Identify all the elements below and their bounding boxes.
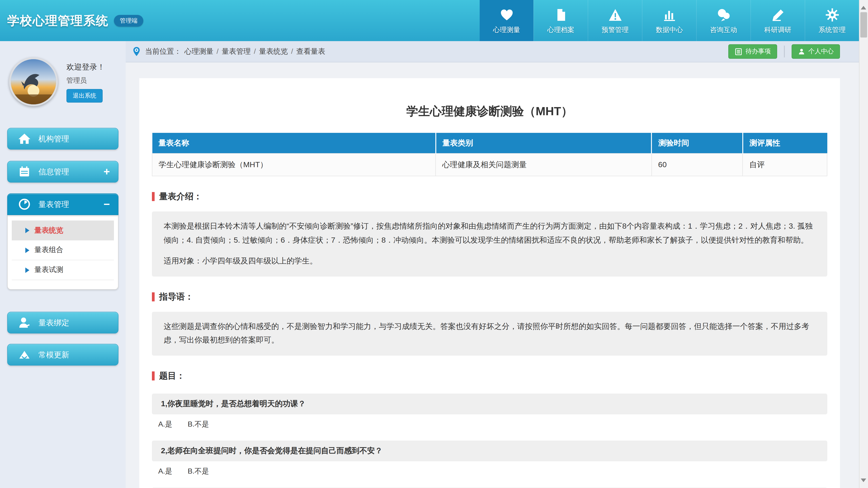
intro-section-heading: 量表介绍： [152, 191, 827, 202]
section-heading-label: 指导语： [159, 291, 193, 303]
triangle-right-icon [25, 248, 29, 253]
sidebar-item-label: 机构管理 [38, 133, 69, 144]
submenu-item-label: 量表试测 [34, 265, 63, 275]
breadcrumb-separator: / [291, 47, 293, 56]
breadcrumb-actions: 待办事项 个人中心 [728, 44, 852, 59]
triangle-right-icon [25, 228, 29, 233]
sidebar-item-label: 信息管理 [38, 166, 69, 177]
section-heading-label: 量表介绍： [159, 191, 202, 202]
file-icon [554, 7, 568, 22]
nav-item-psych-archive[interactable]: 心理档案 [533, 0, 588, 41]
sidebar-item-scale-manage[interactable]: 量表管理 − [7, 193, 119, 215]
nav-item-research-survey[interactable]: 科研调研 [750, 0, 805, 41]
triangle-right-icon [25, 267, 29, 273]
scroll-up-arrow-icon[interactable] [861, 3, 866, 9]
home-icon [18, 132, 31, 145]
heart-icon [499, 7, 514, 22]
content-scroll-area: 学生心理健康诊断测验（MHT） 量表名称 量表类别 测验时间 测评属性 学 [126, 62, 859, 488]
col-header-test-time: 测验时间 [652, 133, 743, 153]
vertical-scrollbar[interactable] [859, 0, 868, 488]
sidebar-item-info-manage[interactable]: 信息管理 + [7, 161, 119, 183]
nav-item-label: 科研调研 [764, 26, 792, 34]
vertical-divider [784, 46, 785, 57]
breadcrumb-separator: / [254, 47, 256, 56]
intro-paragraph: 本测验是根据日本铃木清等人编制的“不安倾向诊断测验”修订，按焦虑情绪所指向的对象… [164, 220, 815, 247]
logo: 学校心理管理系统 管理端 [0, 12, 143, 29]
cell-assess-type: 自评 [743, 153, 827, 176]
breadcrumb-separator: / [217, 47, 219, 56]
intro-audience: 适用对象：小学四年级及四年级以上的学生。 [164, 254, 815, 268]
scale-info-table: 量表名称 量表类别 测验时间 测评属性 学生心理健康诊断测验（MHT） 心理健康… [152, 133, 827, 176]
norm-update-icon [18, 348, 31, 361]
intro-box: 本测验是根据日本铃木清等人编制的“不安倾向诊断测验”修订，按焦虑情绪所指向的对象… [152, 212, 827, 276]
avatar[interactable] [9, 57, 58, 106]
red-bar-icon [152, 371, 155, 381]
expand-plus-icon[interactable]: + [103, 166, 110, 177]
option-b[interactable]: B.不是 [188, 420, 209, 429]
option-b[interactable]: B.不是 [188, 467, 209, 476]
scrollbar-thumb[interactable] [860, 12, 867, 37]
nav-item-consult-interact[interactable]: 咨询互动 [696, 0, 750, 41]
breadcrumb-item-scale-overview[interactable]: 量表统览 [259, 47, 288, 56]
nav-item-system-manage[interactable]: 系统管理 [805, 0, 859, 41]
question-item-2: 2,老师在向全班提问时，你是否会觉得是在提问自己而感到不安？ A.是 B.不是 [152, 441, 827, 476]
nav-item-psych-measure[interactable]: 心理测量 [480, 0, 533, 41]
warning-icon [608, 7, 622, 22]
sidebar-item-norm-update[interactable]: 常模更新 [7, 344, 119, 365]
scale-manage-submenu: 量表统览 量表组合 量表试测 [7, 215, 119, 290]
red-bar-icon [152, 292, 155, 301]
sidebar-subitem-scale-combo[interactable]: 量表组合 [12, 240, 114, 260]
app-title: 学校心理管理系统 [7, 12, 108, 29]
sidebar-subitem-scale-trial[interactable]: 量表试测 [12, 260, 114, 280]
sidebar-item-label: 量表管理 [38, 199, 69, 209]
chat-icon [716, 7, 731, 22]
option-a[interactable]: A.是 [158, 467, 172, 476]
breadcrumb-item-psych-measure[interactable]: 心理测量 [184, 47, 213, 56]
nav-item-warning-manage[interactable]: 预警管理 [588, 0, 642, 41]
breadcrumb-label: 当前位置： [145, 47, 181, 56]
nav-item-label: 咨询互动 [710, 26, 737, 34]
main-nav: 心理测量 心理档案 预警管理 数据中心 [480, 0, 859, 41]
option-a[interactable]: A.是 [158, 420, 172, 429]
guide-section-heading: 指导语： [152, 291, 827, 303]
question-options: A.是 B.不是 [158, 467, 827, 476]
table-header-row: 量表名称 量表类别 测验时间 测评属性 [152, 133, 827, 153]
col-header-scale-category: 量表类别 [436, 133, 652, 153]
col-header-assess-type: 测评属性 [743, 133, 827, 153]
user-icon [18, 316, 31, 329]
sidebar-menu: 机构管理 信息管理 + 量表管理 − 量表统览 [0, 128, 126, 365]
sidebar-item-label: 常模更新 [38, 350, 69, 360]
col-header-scale-name: 量表名称 [152, 133, 436, 153]
sidebar-item-scale-bind[interactable]: 量表绑定 [7, 312, 119, 333]
red-bar-icon [152, 192, 155, 201]
nav-item-label: 预警管理 [601, 26, 629, 34]
nav-item-label: 心理测量 [493, 26, 520, 34]
person-icon [798, 48, 805, 55]
breadcrumb-item-scale-manage[interactable]: 量表管理 [222, 47, 251, 56]
question-text: 1,你夜里睡觉时，是否总想着明天的功课？ [152, 394, 827, 414]
todo-button[interactable]: 待办事项 [728, 44, 777, 59]
welcome-text: 欢迎登录！ [66, 62, 105, 72]
profile-button[interactable]: 个人中心 [792, 44, 840, 59]
nav-item-label: 数据中心 [656, 26, 683, 34]
admin-badge: 管理端 [114, 15, 143, 26]
notebook-icon [18, 165, 31, 178]
question-item-1: 1,你夜里睡觉时，是否总想着明天的功课？ A.是 B.不是 [152, 394, 827, 429]
question-options: A.是 B.不是 [158, 420, 827, 429]
todo-button-label: 待办事项 [745, 47, 771, 56]
sidebar-item-org-manage[interactable]: 机构管理 [7, 128, 119, 150]
nav-item-label: 系统管理 [818, 26, 846, 34]
scroll-down-arrow-icon[interactable] [861, 479, 866, 485]
logout-button[interactable]: 退出系统 [66, 89, 103, 103]
main-area: 当前位置： 心理测量 / 量表管理 / 量表统览 / 查看量表 待办事项 [126, 41, 859, 488]
sidebar: 欢迎登录！ 管理员 退出系统 机构管理 信息管理 + [0, 41, 126, 488]
nav-item-data-center[interactable]: 数据中心 [642, 0, 696, 41]
collapse-minus-icon[interactable]: − [103, 199, 110, 210]
breadcrumb-item-view-scale[interactable]: 查看量表 [296, 47, 325, 56]
pencil-icon [771, 7, 785, 22]
submenu-item-label: 量表统览 [34, 226, 63, 235]
table-row: 学生心理健康诊断测验（MHT） 心理健康及相关问题测量 60 自评 [152, 153, 827, 176]
app-root: 学校心理管理系统 管理端 心理测量 心理档案 预警管理 [0, 0, 868, 488]
profile-button-label: 个人中心 [808, 47, 834, 56]
sidebar-subitem-scale-overview[interactable]: 量表统览 [12, 221, 114, 240]
